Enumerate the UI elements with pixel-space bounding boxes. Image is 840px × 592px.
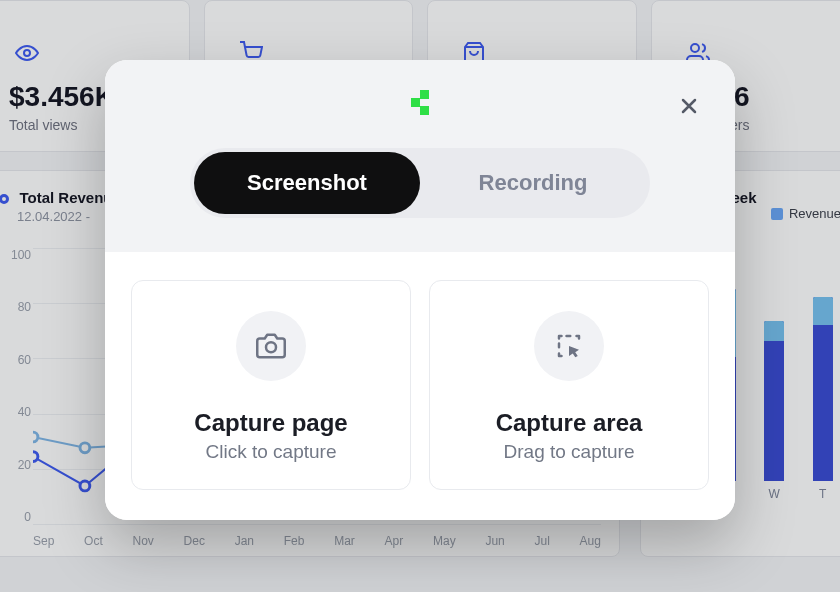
app-logo-icon [409, 90, 431, 116]
selection-cursor-icon [534, 311, 604, 381]
option-sub: Click to capture [144, 441, 398, 463]
capture-area-option[interactable]: Capture area Drag to capture [429, 280, 709, 490]
camera-icon [236, 311, 306, 381]
option-title: Capture page [144, 409, 398, 437]
svg-point-10 [266, 342, 276, 352]
capture-page-option[interactable]: Capture page Click to capture [131, 280, 411, 490]
close-button[interactable] [671, 88, 707, 124]
modal-body: Capture page Click to capture Capture ar… [105, 252, 735, 520]
tab-screenshot[interactable]: Screenshot [194, 152, 420, 214]
option-sub: Drag to capture [442, 441, 696, 463]
tab-recording[interactable]: Recording [420, 152, 646, 214]
option-title: Capture area [442, 409, 696, 437]
close-icon [677, 94, 701, 118]
capture-modal: Screenshot Recording Capture page Click … [105, 60, 735, 520]
modal-header: Screenshot Recording [105, 60, 735, 252]
mode-segmented-control: Screenshot Recording [190, 148, 650, 218]
